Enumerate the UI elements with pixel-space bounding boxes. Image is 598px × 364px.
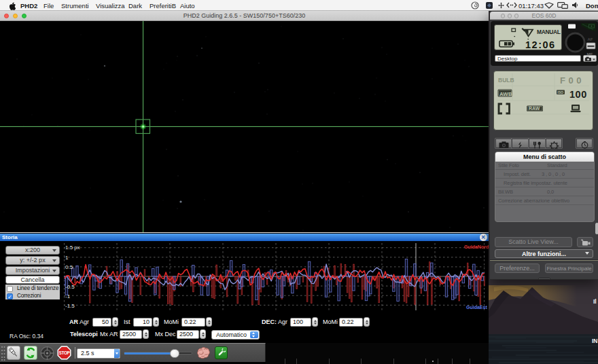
svg-text:BULB: BULB [498, 77, 514, 84]
svg-text:ISO: ISO [557, 90, 563, 94]
svg-text:1.5 px: 1.5 px [65, 244, 80, 251]
svg-text:-1.5: -1.5 [65, 303, 75, 309]
svg-text:1: 1 [65, 255, 69, 261]
svg-text:0.5: 0.5 [65, 264, 73, 270]
svg-text:-1: -1 [65, 293, 71, 299]
svg-text:F00: F00 [560, 75, 584, 86]
svg-text:GuidaEst: GuidaEst [466, 305, 487, 310]
svg-text:AWB: AWB [499, 91, 512, 97]
svg-text:AF: AF [588, 37, 593, 41]
svg-text:STOP: STOP [59, 350, 71, 355]
svg-text:GuidaNord: GuidaNord [464, 244, 489, 249]
svg-text:RAW: RAW [529, 106, 540, 111]
svg-text:100: 100 [569, 89, 587, 100]
svg-text:-0.5: -0.5 [65, 284, 75, 290]
